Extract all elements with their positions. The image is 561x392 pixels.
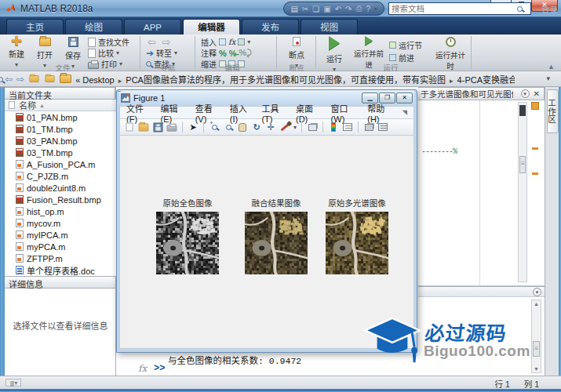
statusbar-grip-button[interactable]: |||| ▾ bbox=[5, 379, 21, 387]
file-row[interactable]: Fusion_Result.bmp bbox=[5, 194, 116, 205]
insert-fx-icon[interactable]: fx bbox=[228, 38, 235, 46]
file-row[interactable]: 01_PAN.bmp bbox=[5, 111, 116, 123]
multispectral-image[interactable] bbox=[326, 212, 388, 274]
file-row[interactable]: 单个程序表格.doc bbox=[5, 264, 116, 276]
quick-save-icon[interactable]: ▤ bbox=[290, 5, 297, 13]
name-column-header[interactable]: 名称 ▲ bbox=[5, 100, 116, 111]
cut-icon[interactable]: ✂ bbox=[302, 5, 308, 13]
file-row[interactable]: myIPCA.m bbox=[5, 229, 116, 241]
tab-plots[interactable]: 绘图 bbox=[65, 19, 122, 34]
comment-icon[interactable]: % bbox=[219, 49, 227, 58]
comment-row[interactable]: 注释 % %̶ %⤸ bbox=[201, 49, 252, 57]
uncomment-icon[interactable]: %̶ bbox=[229, 49, 237, 58]
show-plot-tools-icon[interactable] bbox=[377, 122, 388, 132]
warning-indicator-icon[interactable] bbox=[531, 102, 539, 110]
file-row[interactable]: ZFTPP.m bbox=[5, 252, 116, 264]
hide-plot-tools-icon[interactable] bbox=[363, 122, 374, 132]
editor-scrollbar[interactable] bbox=[518, 102, 527, 282]
find-files-button[interactable]: 查找文件 bbox=[88, 38, 129, 46]
login-link[interactable]: 登录 bbox=[541, 4, 558, 16]
scroll-down-icon[interactable]: ▼ bbox=[532, 366, 541, 372]
run-advance-button[interactable]: 运行并前进 bbox=[352, 36, 386, 62]
goto-button[interactable]: ➔ 转至▾ bbox=[146, 49, 177, 57]
breadcrumb-seg1[interactable]: PCA图像融合算法的程序，用于多光谱图像和可见光图像，可直接使用，带有实验图 bbox=[126, 75, 446, 85]
file-row[interactable]: 01_TM.bmp bbox=[5, 123, 116, 135]
editor-title-bar[interactable]: 于多光谱图像和可见光图像，可... ▾ ✕ bbox=[418, 87, 545, 100]
breakpoints-button[interactable]: 断点▾ bbox=[281, 36, 312, 62]
lower-scrollbar-thumb[interactable]: ≡ bbox=[533, 341, 540, 357]
address-dropdown-icon[interactable]: ▾ bbox=[546, 74, 550, 82]
help-icon[interactable]: ? bbox=[366, 5, 370, 13]
folder-up-icon[interactable] bbox=[30, 75, 39, 82]
pan-tool-icon[interactable] bbox=[237, 122, 248, 132]
menu-desktop[interactable]: 桌面(D) bbox=[296, 102, 320, 124]
fx-icon[interactable]: fx bbox=[138, 363, 147, 374]
brush-tool-icon[interactable] bbox=[279, 122, 290, 132]
current-folder-header[interactable]: 当前文件夹 bbox=[5, 87, 115, 100]
file-row[interactable]: hist_op.m bbox=[5, 205, 116, 217]
figure-window[interactable]: Figure 1 ▁ ❐ ✕ 文件(F) 编辑(E) 查看(V) 插入(I) 工… bbox=[116, 89, 417, 353]
zoom-out-tool-icon[interactable] bbox=[223, 122, 234, 132]
warning-mark[interactable] bbox=[532, 147, 538, 150]
details-header[interactable]: 详细信息 bbox=[5, 276, 116, 289]
tab-apps[interactable]: APP bbox=[124, 19, 181, 34]
menu-window[interactable]: 窗口(W) bbox=[331, 102, 357, 124]
copy-icon[interactable]: ❏ bbox=[312, 5, 319, 13]
compare-button[interactable]: 比较▾ bbox=[88, 49, 119, 57]
save-button[interactable]: 保存▾ bbox=[60, 36, 86, 62]
editor-menu-icon[interactable]: ▾ bbox=[521, 89, 530, 98]
insert-section-icon[interactable] bbox=[219, 38, 226, 45]
nav-forward-icon[interactable]: ⇨ bbox=[16, 74, 24, 85]
run-button[interactable]: 运行▾ bbox=[320, 36, 348, 62]
warning-mark[interactable] bbox=[532, 172, 538, 175]
search-input[interactable] bbox=[392, 4, 517, 13]
advance-button[interactable]: 前进 bbox=[389, 53, 414, 62]
file-row[interactable]: 03_PAN.bmp bbox=[5, 135, 116, 147]
file-row[interactable]: myPCA.m bbox=[5, 241, 116, 252]
search-icon[interactable] bbox=[517, 6, 523, 12]
menu-help[interactable]: 帮助(H) bbox=[367, 102, 392, 124]
run-section-button[interactable]: 运行节 bbox=[389, 41, 422, 49]
tab-publish[interactable]: 发布 bbox=[242, 19, 299, 34]
open-button[interactable]: 打开▾ bbox=[31, 36, 58, 62]
tab-view[interactable]: 视图 bbox=[301, 19, 358, 34]
ribbon-collapse-icon[interactable]: ▲ bbox=[548, 63, 555, 71]
wrap-comment-icon[interactable]: %⤸ bbox=[239, 48, 252, 58]
menubar-dock-icon[interactable]: ◥ bbox=[403, 109, 407, 116]
file-row[interactable]: C_PJZB.m bbox=[5, 170, 116, 182]
command-prompt[interactable]: >> bbox=[154, 363, 165, 374]
workspace-vertical-tab[interactable]: 工作区 bbox=[547, 89, 559, 133]
menu-tools[interactable]: 工具(T) bbox=[261, 102, 285, 124]
run-time-button[interactable]: 运行并计时 bbox=[433, 36, 468, 62]
breadcrumb-seg2[interactable]: 4-PCA变换融合(完) bbox=[457, 75, 515, 85]
file-row[interactable]: A_Fusion_PCA.m bbox=[5, 158, 116, 170]
editor-close-icon[interactable]: ✕ bbox=[532, 89, 541, 98]
new-button[interactable]: ✚ 新建▾ bbox=[3, 36, 30, 62]
file-row[interactable]: mycov.m bbox=[5, 217, 116, 229]
panchromatic-image[interactable] bbox=[156, 212, 219, 274]
paste-icon[interactable]: ▣ bbox=[323, 5, 330, 13]
breadcrumb-root[interactable]: Desktop bbox=[82, 75, 114, 85]
rotate3d-tool-icon[interactable]: ↻ bbox=[251, 122, 262, 132]
menu-view[interactable]: 查看(V) bbox=[195, 102, 219, 124]
file-row[interactable]: double2uint8.m bbox=[5, 182, 116, 194]
fusion-result-image[interactable] bbox=[245, 212, 308, 274]
insert-image-icon[interactable] bbox=[238, 38, 245, 45]
pointer-tool-icon[interactable]: ➤ bbox=[188, 122, 199, 132]
fig-new-icon[interactable] bbox=[124, 122, 135, 132]
quickbar-caret-icon[interactable]: ▾ bbox=[374, 5, 377, 13]
lower-pane-scrollbar[interactable]: ▲ ≡ ▼ bbox=[531, 299, 541, 373]
file-row[interactable]: 03_TM.bmp bbox=[5, 147, 116, 158]
breadcrumb[interactable]: « Desktop ▸ PCA图像融合算法的程序，用于多光谱图像和可见光图像，可… bbox=[75, 73, 515, 85]
nav-back-icon[interactable]: ⇦ bbox=[5, 74, 13, 85]
insert-colorbar-icon[interactable] bbox=[328, 122, 339, 132]
data-cursor-tool-icon[interactable]: ✛ bbox=[265, 122, 276, 132]
nav-back-forward-icons[interactable]: ⇦ ⇨ bbox=[148, 38, 172, 46]
insert-row[interactable]: 插入 fx ▾ bbox=[201, 38, 250, 46]
link-plot-icon[interactable] bbox=[307, 122, 318, 132]
address-search-icon[interactable] bbox=[0, 77, 3, 82]
menu-insert[interactable]: 插入(I) bbox=[230, 102, 251, 124]
browse-folder-icon[interactable] bbox=[46, 75, 55, 82]
editor-body[interactable]: --------% bbox=[418, 100, 545, 286]
brush-caret-icon[interactable]: ▾ bbox=[293, 124, 297, 131]
